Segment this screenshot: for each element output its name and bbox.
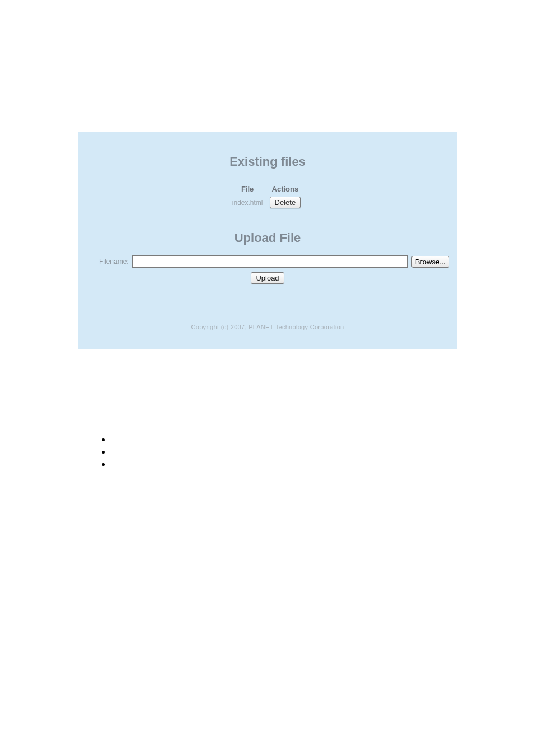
bullet-item (111, 447, 113, 449)
upload-form-row: Filename: Browse... (78, 255, 457, 268)
table-row: index.html Delete (232, 197, 303, 208)
file-name-cell: index.html (232, 197, 263, 208)
file-manager-panel: Existing files File Actions index.html D… (78, 132, 457, 349)
upload-button[interactable]: Upload (251, 272, 284, 284)
column-header-actions: Actions (268, 185, 303, 193)
delete-button[interactable]: Delete (270, 197, 301, 208)
filename-label: Filename: (99, 258, 129, 265)
upload-file-heading: Upload File (78, 212, 457, 255)
bullet-list (111, 435, 113, 472)
copyright-text: Copyright (c) 2007, PLANET Technology Co… (78, 311, 457, 349)
filename-input[interactable] (132, 255, 408, 268)
bullet-item (111, 435, 113, 437)
bullet-item (111, 459, 113, 461)
browse-button[interactable]: Browse... (411, 256, 449, 268)
column-header-file: File (232, 185, 263, 193)
existing-files-heading: Existing files (78, 132, 457, 181)
table-header-row: File Actions (232, 185, 303, 193)
existing-files-table: File Actions index.html Delete (228, 181, 307, 212)
file-actions-cell: Delete (268, 197, 303, 208)
upload-button-row: Upload (78, 268, 457, 311)
